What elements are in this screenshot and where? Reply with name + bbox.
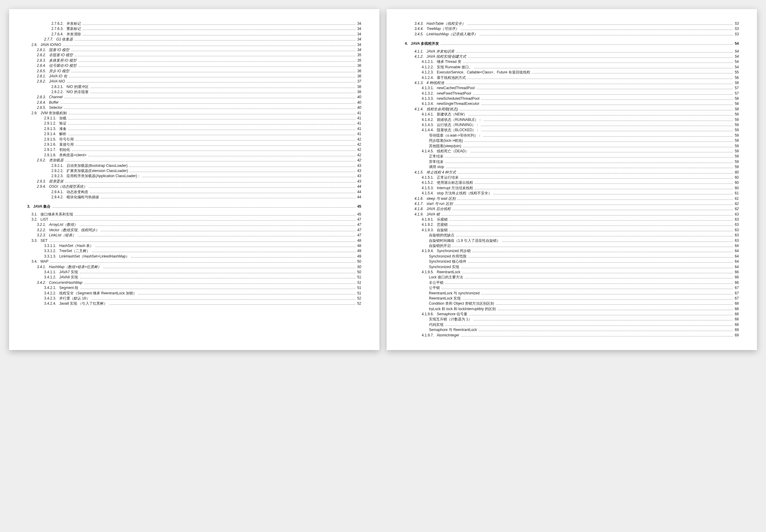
toc-entry[interactable]: Lock 接口的主要方法66 [405, 275, 739, 280]
toc-entry[interactable]: 3.4.1.HashMap（数组+链表+红黑树）50 [27, 264, 361, 270]
toc-entry[interactable]: 2.9.2.2.扩展类加载器(Extension ClassLoader)43 [27, 168, 361, 174]
toc-entry[interactable]: 实现互斥锁（计数器为 1）68 [405, 317, 739, 322]
toc-entry[interactable]: 3.4.2.ConcurrentHashMap51 [27, 280, 361, 285]
toc-entry[interactable]: 2.9.JVM 类加载机制41 [27, 111, 361, 116]
toc-entry[interactable]: 4.1.2.3.ExecutorService、Callable<Class>、… [405, 70, 739, 75]
toc-entry[interactable]: 2.8.3.Channel40 [27, 95, 361, 100]
toc-entry[interactable]: 异常结束59 [405, 159, 739, 164]
toc-entry[interactable]: 3.4.1.2.JAVA8 实现51 [27, 275, 361, 280]
toc-entry[interactable]: 2.9.2.3.应用程序类加载器(Application ClassLoader… [27, 174, 361, 179]
toc-entry[interactable]: 2.8.2.JAVA NIO37 [27, 79, 361, 84]
toc-entry[interactable]: 公平锁67 [405, 285, 739, 290]
toc-entry[interactable]: 3.4.2.4.Java8 实现 （引入了红黑树）52 [27, 301, 361, 306]
toc-entry[interactable]: 等待阻塞（o.wait->等待对列）：59 [405, 133, 739, 138]
toc-entry[interactable]: 2.9.2.类加载器42 [27, 158, 361, 163]
toc-entry[interactable]: 2.9.1.8.类构造器<client>42 [27, 153, 361, 158]
toc-entry[interactable]: 3.4.1.1.JAVA7 实现50 [27, 270, 361, 275]
toc-entry[interactable]: 4.1.9.7.AtomicInteger69 [405, 333, 739, 338]
toc-entry[interactable]: 2.9.1.5.符号引用42 [27, 137, 361, 142]
toc-entry[interactable]: 2.9.1.2.验证41 [27, 121, 361, 126]
toc-entry[interactable]: 2.7.6.3.重新标记34 [27, 26, 361, 31]
toc-entry[interactable]: 2.7.6.2.并发标记34 [27, 21, 361, 26]
toc-entry[interactable]: 3.4.2.2.线程安全（Segment 继承 ReentrantLock 加锁… [27, 291, 361, 296]
toc-entry[interactable]: 4.1.6.sleep 与 wait 区别61 [405, 196, 739, 201]
toc-entry[interactable]: Synchronized 核心组件64 [405, 259, 739, 264]
toc-entry[interactable]: 3.2.1.ArrayList（数组）47 [27, 222, 361, 227]
toc-entry[interactable]: 3.3.SET48 [27, 238, 361, 243]
toc-entry[interactable]: 2.9.1.6.直接引用42 [27, 142, 361, 147]
toc-entry[interactable]: 同步阻塞(lock->锁池)59 [405, 138, 739, 143]
toc-entry[interactable]: ReentrantLock 与 synchronized67 [405, 291, 739, 296]
toc-entry[interactable]: 3.3.1.2.TreeSet（二叉树）49 [27, 248, 361, 254]
toc-entry[interactable]: 3.4.3.HashTable（线程安全）53 [405, 21, 739, 26]
toc-entry[interactable]: 代码实现68 [405, 322, 739, 327]
toc-entry[interactable]: 非公平锁66 [405, 280, 739, 285]
toc-entry[interactable]: 4.1.2.1.继承 Thread 类54 [405, 59, 739, 64]
toc-entry[interactable]: 2.8.JAVA IO/NIO34 [27, 42, 361, 47]
toc-entry[interactable]: 4.1.9.4.Synchronized 同步锁64 [405, 248, 739, 254]
toc-entry[interactable]: 2.8.1.JAVA IO 包36 [27, 74, 361, 79]
toc-entry[interactable]: Semaphore 与 ReentrantLock69 [405, 327, 739, 333]
toc-entry[interactable]: Synchronized 作用范围64 [405, 254, 739, 259]
toc-entry[interactable]: 4.1.1.JAVA 并发知识库54 [405, 49, 739, 54]
toc-entry[interactable]: 2.9.4.OSGI（动态模型系统）44 [27, 184, 361, 189]
toc-entry[interactable]: 3.4.2.3.并行度（默认 16）52 [27, 296, 361, 301]
toc-entry[interactable]: 4.1.5.3.Interrupt 方法结束线程60 [405, 186, 739, 191]
toc-entry[interactable]: 4.1.3.4.newSingleThreadExecutor58 [405, 101, 739, 106]
toc-entry[interactable]: 2.9.2.1.启动类加载器(Bootstrap ClassLoader)43 [27, 163, 361, 168]
toc-entry[interactable]: 2.7.7.G1 收集器34 [27, 37, 361, 42]
toc-entry[interactable]: tryLock 和 lock 和 lockInterruptibly 的区别68 [405, 307, 739, 312]
toc-entry[interactable]: 2.8.1.阻塞 IO 模型34 [27, 47, 361, 53]
toc-entry[interactable]: 4.1.4.1.新建状态（NEW）58 [405, 112, 739, 117]
toc-entry[interactable]: 4.1.2.JAVA 线程实现/创建方式54 [405, 54, 739, 59]
toc-entry[interactable]: 3.JAVA 集合45 [27, 204, 361, 209]
toc-entry[interactable]: 4.1.3.2.newFixedThreadPool57 [405, 91, 739, 96]
toc-entry[interactable]: 3.2.2.Vector（数组实现、线程同步）47 [27, 228, 361, 233]
toc-entry[interactable]: 2.9.4.1.动态改变构造44 [27, 190, 361, 195]
toc-entry[interactable]: ReentrantLock 实现67 [405, 296, 739, 301]
toc-entry[interactable]: 2.8.5.异步 IO 模型36 [27, 69, 361, 74]
toc-entry[interactable]: 4.1.3.4 种线程池56 [405, 80, 739, 86]
toc-entry[interactable]: 4.1.3.1.newCachedThreadPool57 [405, 86, 739, 91]
toc-entry[interactable]: 4.1.9.3.自旋锁63 [405, 228, 739, 233]
toc-entry[interactable]: 自旋锁的开启64 [405, 243, 739, 248]
toc-entry[interactable]: 4.1.5.2.使用退出标志退出线程60 [405, 180, 739, 185]
toc-entry[interactable]: 4.1.4.3.运行状态（RUNNING）：59 [405, 122, 739, 128]
toc-entry[interactable]: 2.9.1.4.解析41 [27, 131, 361, 137]
toc-entry[interactable]: 3.4.4.TreeMap（可排序）53 [405, 26, 739, 31]
toc-entry[interactable]: 4.JAVA 多线程并发54 [405, 41, 739, 46]
toc-entry[interactable]: 2.8.4.信号驱动 IO 模型36 [27, 63, 361, 68]
toc-entry[interactable]: 调用 stop59 [405, 164, 739, 170]
toc-entry[interactable]: 4.1.9.6.Semaphore 信号量68 [405, 312, 739, 317]
toc-entry[interactable]: 3.1.接口继承关系和实现45 [27, 212, 361, 217]
toc-entry[interactable]: 4.1.4.线程生命周期(状态)58 [405, 107, 739, 112]
toc-entry[interactable]: 正常结束59 [405, 154, 739, 159]
toc-entry[interactable]: 2.9.1.3.准备41 [27, 126, 361, 131]
toc-entry[interactable]: 2.7.6.4.并发清除34 [27, 32, 361, 37]
toc-entry[interactable]: 4.1.9.1.乐观锁63 [405, 217, 739, 222]
toc-entry[interactable]: 2.9.1.7.初始化42 [27, 147, 361, 152]
toc-entry[interactable]: 3.2.3.LinkList（链表）47 [27, 233, 361, 238]
toc-entry[interactable]: 自旋锁的优缺点63 [405, 233, 739, 238]
toc-entry[interactable]: 3.4.2.1.Segment 段51 [27, 285, 361, 290]
toc-entry[interactable]: 4.1.2.2.实现 Runnable 接口。54 [405, 65, 739, 70]
toc-entry[interactable]: 2.8.2.非阻塞 IO 模型35 [27, 53, 361, 58]
toc-entry[interactable]: Synchronized 实现64 [405, 264, 739, 270]
toc-entry[interactable]: 3.2.LIST47 [27, 217, 361, 222]
toc-entry[interactable]: 4.1.9.2.悲观锁63 [405, 222, 739, 227]
toc-entry[interactable]: 2.9.3.双亲委派43 [27, 179, 361, 184]
toc-entry[interactable]: 4.1.8.JAVA 后台线程62 [405, 206, 739, 212]
toc-entry[interactable]: Condition 类和 Object 类锁方法区别区别68 [405, 301, 739, 306]
toc-entry[interactable]: 2.8.3.多路复用 IO 模型35 [27, 58, 361, 63]
toc-entry[interactable]: 4.1.5.1.正常运行结束60 [405, 175, 739, 180]
toc-entry[interactable]: 2.8.2.1.NIO 的缓冲区38 [27, 84, 361, 89]
toc-entry[interactable]: 4.1.4.5.线程死亡（DEAD）59 [405, 149, 739, 154]
toc-entry[interactable]: 3.3.1.3.LinkHashSet（HashSet+LinkedHashMa… [27, 254, 361, 259]
toc-entry[interactable]: 4.1.9.JAVA 锁63 [405, 212, 739, 217]
toc-entry[interactable]: 4.1.5.终止线程 4 种方式60 [405, 170, 739, 175]
toc-entry[interactable]: 4.1.4.2.就绪状态（RUNNABLE）：59 [405, 117, 739, 122]
toc-entry[interactable]: 3.4.5.LinkHashMap（记录插入顺序）53 [405, 32, 739, 37]
toc-entry[interactable]: 2.8.4.Buffer40 [27, 100, 361, 105]
toc-entry[interactable]: 2.9.4.2.模块化编程与热插拔44 [27, 195, 361, 200]
toc-entry[interactable]: 2.8.5.Selector40 [27, 105, 361, 110]
